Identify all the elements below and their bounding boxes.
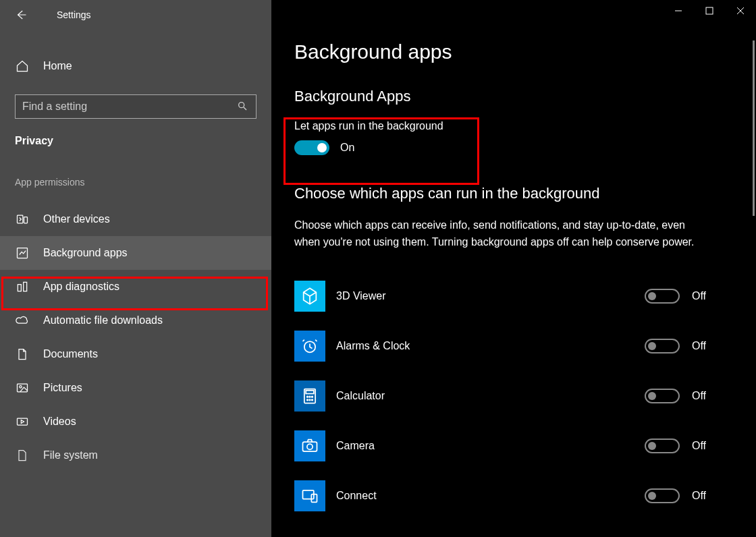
app-toggle-3d-viewer[interactable] <box>645 289 680 304</box>
svg-rect-9 <box>706 7 713 14</box>
back-button[interactable] <box>15 9 27 21</box>
sidebar: Settings Home Privacy App permissions Ot… <box>0 0 271 537</box>
document-icon <box>15 347 30 362</box>
app-name: Alarms & Clock <box>336 340 645 352</box>
svg-point-13 <box>307 396 308 397</box>
diagnostics-icon <box>15 279 30 294</box>
nav-home-label: Home <box>43 60 72 72</box>
app-name: 3D Viewer <box>336 290 645 302</box>
svg-rect-12 <box>306 390 314 393</box>
section-background-apps-heading: Background Apps <box>294 88 733 105</box>
app-title: Settings <box>57 9 91 20</box>
titlebar: Settings <box>0 0 271 30</box>
app-toggle-camera[interactable] <box>645 439 680 453</box>
sidebar-item-documents[interactable]: Documents <box>0 337 271 371</box>
svg-point-17 <box>309 399 310 401</box>
cloud-download-icon <box>15 313 30 328</box>
svg-rect-6 <box>18 384 28 392</box>
app-toggle-state: Off <box>692 440 706 452</box>
app-icon-calculator <box>294 380 325 412</box>
sidebar-item-label: Background apps <box>43 247 128 259</box>
search-icon <box>237 101 249 113</box>
section-choose-apps-heading: Choose which apps can run in the backgro… <box>294 185 733 202</box>
sidebar-item-label: Videos <box>43 416 76 428</box>
app-row-calculator: Calculator Off <box>294 371 733 421</box>
svg-point-7 <box>20 386 22 388</box>
svg-point-16 <box>307 399 308 401</box>
maximize-button[interactable] <box>694 0 725 22</box>
sidebar-item-app-diagnostics[interactable]: App diagnostics <box>0 270 271 304</box>
section-choose-apps-body: Choose which apps can receive info, send… <box>294 217 699 251</box>
window-controls <box>663 0 756 22</box>
app-toggle-connect[interactable] <box>645 488 680 503</box>
svg-rect-5 <box>24 282 27 291</box>
main-pane: Background apps Background Apps Let apps… <box>271 0 756 537</box>
search-input[interactable] <box>22 101 237 113</box>
master-toggle-state: On <box>340 142 354 154</box>
app-name: Connect <box>336 490 645 502</box>
app-icon-camera <box>294 430 325 461</box>
video-icon <box>15 414 30 429</box>
app-icon-3d-viewer <box>294 281 325 312</box>
sidebar-item-label: File system <box>43 449 98 461</box>
app-icon-connect <box>294 480 325 511</box>
sidebar-item-label: Automatic file downloads <box>43 314 163 327</box>
app-toggle-state: Off <box>692 390 706 402</box>
app-name: Camera <box>336 440 645 452</box>
minimize-button[interactable] <box>663 0 694 22</box>
app-toggle-calculator[interactable] <box>645 389 680 403</box>
scrollbar[interactable] <box>753 40 755 216</box>
sidebar-item-auto-downloads[interactable]: Automatic file downloads <box>0 304 271 337</box>
sidebar-privacy-label: Privacy <box>15 135 271 147</box>
sidebar-item-other-devices[interactable]: Other devices <box>0 202 271 236</box>
home-icon <box>15 59 30 74</box>
sidebar-item-label: Documents <box>43 348 98 360</box>
nav-home[interactable]: Home <box>0 50 271 82</box>
app-row-3d-viewer: 3D Viewer Off <box>294 271 733 321</box>
app-list: 3D Viewer Off Alarms & Clock Off <box>294 271 733 521</box>
page-title: Background apps <box>294 40 733 63</box>
app-toggle-state: Off <box>692 490 706 502</box>
file-system-icon <box>15 448 30 463</box>
sidebar-item-pictures[interactable]: Pictures <box>0 371 271 405</box>
sidebar-item-label: Pictures <box>43 382 82 394</box>
sidebar-item-label: App diagnostics <box>43 281 119 293</box>
app-row-camera: Camera Off <box>294 421 733 471</box>
svg-point-0 <box>239 103 244 108</box>
svg-point-14 <box>309 396 310 397</box>
svg-rect-4 <box>18 285 21 291</box>
svg-point-15 <box>312 396 313 397</box>
devices-icon <box>15 212 30 227</box>
svg-point-18 <box>312 399 313 401</box>
app-icon-alarms <box>294 331 325 362</box>
search-box[interactable] <box>15 94 256 119</box>
app-row-connect: Connect Off <box>294 471 733 521</box>
app-toggle-alarms[interactable] <box>645 339 680 354</box>
sidebar-nav-list: Other devices Background apps App diagno… <box>0 202 271 472</box>
pictures-icon <box>15 380 30 395</box>
sidebar-item-videos[interactable]: Videos <box>0 405 271 439</box>
master-toggle-label: Let apps run in the background <box>294 120 733 132</box>
master-toggle[interactable] <box>294 140 329 155</box>
sidebar-item-background-apps[interactable]: Background apps <box>0 236 271 270</box>
svg-rect-8 <box>18 418 28 425</box>
sidebar-item-label: Other devices <box>43 213 110 225</box>
svg-rect-1 <box>18 215 23 223</box>
app-row-alarms: Alarms & Clock Off <box>294 321 733 371</box>
background-apps-icon <box>15 246 30 260</box>
app-toggle-state: Off <box>692 340 706 352</box>
app-name: Calculator <box>336 390 645 402</box>
sidebar-item-file-system[interactable]: File system <box>0 439 271 472</box>
svg-point-20 <box>307 444 313 449</box>
close-button[interactable] <box>725 0 756 22</box>
app-toggle-state: Off <box>692 290 706 302</box>
sidebar-section-label: App permissions <box>15 177 271 188</box>
svg-rect-2 <box>24 217 28 223</box>
